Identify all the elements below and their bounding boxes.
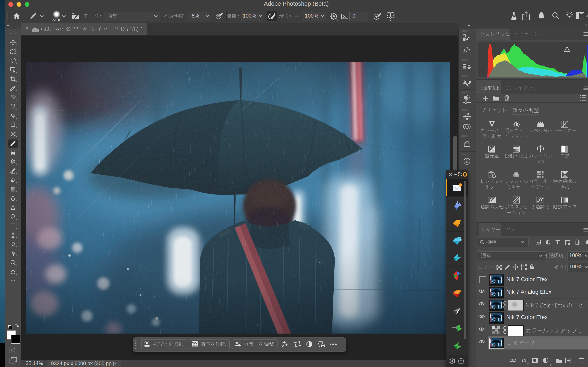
svg-text:?: ? bbox=[460, 359, 462, 363]
